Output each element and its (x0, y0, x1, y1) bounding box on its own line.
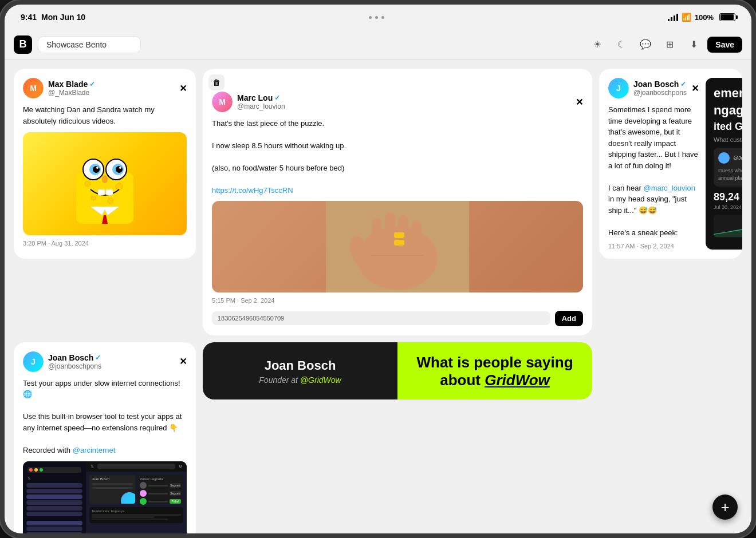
battery-percent: 100% (695, 13, 714, 22)
tweet-name-max: Max Blade ✓ (48, 80, 175, 89)
tweet-time-marc: 5:15 PM · Sep 2, 2024 (212, 297, 583, 304)
wifi-icon: 📶 (682, 13, 691, 22)
card-joan-1-text: J Joan Bosch ✓ @joanboschpons ✕ Sometim (608, 78, 699, 250)
tweet-link-marc[interactable]: https://t.co/wHg7TsccRN (212, 186, 293, 195)
svg-point-1 (85, 181, 90, 187)
browser-actions: ☀ ☾ 💬 ⊞ ⬇ Save (587, 34, 742, 55)
tweet-name-joan2: Joan Bosch ✓ (48, 353, 175, 362)
save-button[interactable]: Save (707, 37, 742, 53)
hand-image (212, 201, 583, 292)
tweet-handle-joan2: @joanboschpons (48, 362, 175, 370)
spongebob-svg (65, 138, 145, 230)
dot2 (375, 16, 378, 19)
status-center (369, 16, 384, 19)
verified-icon-joan2: ✓ (95, 354, 101, 362)
svg-rect-27 (394, 240, 404, 246)
dot1 (369, 16, 372, 19)
svg-rect-16 (106, 189, 113, 195)
tweet-user-joan1: Joan Bosch ✓ @joanboschpons (633, 80, 687, 97)
card-marc-lou: 🗑 M Marc Lou ✓ @marc_louvion ✕ (203, 69, 592, 335)
dot3 (381, 16, 384, 19)
svg-point-3 (116, 183, 123, 190)
mention-arc[interactable]: @arcinternet (73, 446, 116, 454)
tweet-handle-max: @_MaxBlade (48, 89, 175, 97)
card-joan-1: J Joan Bosch ✓ @joanboschpons ✕ Sometim (599, 69, 742, 259)
x-icon-joan2: ✕ (179, 356, 187, 367)
status-right: 📶 100% (668, 13, 735, 22)
chart-svg (714, 215, 742, 238)
tweet-image-spongebob (23, 132, 187, 235)
tweet-text-joan1: Sometimes I spend more time developing a… (608, 104, 699, 238)
tweet-name-joan1: Joan Bosch ✓ (633, 80, 687, 89)
tweet-user-joan2: Joan Bosch ✓ @joanboschpons (48, 353, 175, 370)
verified-icon-max: ✓ (89, 80, 95, 88)
card-headline: What is people sayingabout GridWow (397, 342, 592, 399)
avatar-joan2: J (23, 351, 44, 372)
hand-svg (212, 201, 583, 292)
avatar-marc: M (212, 92, 233, 112)
main-content: M Max Blade ✓ @_MaxBlade ✕ Me watching D… (5, 60, 751, 533)
svg-rect-26 (394, 232, 404, 238)
tweet-time-max: 3:20 PM · Aug 31, 2024 (23, 240, 187, 247)
founder-title: Founder at @GridWow (259, 375, 341, 385)
tweet-handle-marc: @marc_louvion (237, 102, 571, 110)
avatar-joan1: J (608, 78, 629, 98)
svg-point-12 (96, 167, 99, 169)
verified-icon-marc: ✓ (274, 94, 280, 102)
svg-rect-15 (98, 189, 105, 195)
x-icon-marc: ✕ (576, 97, 583, 108)
tweet-text-marc: That's the last piece of the puzzle. I n… (212, 118, 583, 196)
tweet-header-marc: M Marc Lou ✓ @marc_louvion ✕ (212, 92, 583, 112)
mid-col: Joan Bosch Founder at @GridWow What is p… (203, 342, 592, 534)
comment-button[interactable]: 💬 (635, 34, 656, 55)
tweet-header-joan2: J Joan Bosch ✓ @joanboschpons ✕ (23, 351, 187, 372)
tweet-header-max: M Max Blade ✓ @_MaxBlade ✕ (23, 78, 187, 98)
tweet-text-max: Me watching Dan and Sandra watch my abso… (23, 104, 187, 126)
tweet-name-marc: Marc Lou ✓ (237, 93, 571, 102)
svg-marker-18 (714, 219, 742, 237)
trash-button[interactable]: 🗑 (208, 74, 225, 90)
nightmode-button[interactable]: ☾ (611, 34, 632, 55)
signal-icon (668, 13, 678, 21)
headline-text: What is people sayingabout GridWow (416, 354, 573, 389)
arc-main: 𝕏 ⚙ Joan Bosch P (86, 461, 187, 533)
tweet-header-joan1: J Joan Bosch ✓ @joanboschpons ✕ (608, 78, 699, 98)
svg-point-5 (108, 198, 113, 204)
mention-marc[interactable]: @marc_louvion (643, 184, 695, 192)
brightness-button[interactable]: ☀ (587, 34, 608, 55)
browser-logo: B (14, 35, 32, 54)
card-joan-2: J Joan Bosch ✓ @joanboschpons ✕ Test you… (14, 342, 196, 534)
screenshot-dark: ement & ngagement & ited Grids What cust… (706, 78, 742, 250)
founder-name: Joan Bosch (265, 358, 336, 373)
svg-rect-21 (372, 218, 382, 258)
fab-button[interactable]: + (712, 495, 738, 520)
browser-url[interactable]: Showcase Bento (38, 36, 141, 53)
svg-point-4 (91, 196, 96, 200)
card-max-blade: M Max Blade ✓ @_MaxBlade ✕ Me watching D… (14, 69, 196, 259)
download-button[interactable]: ⬇ (683, 34, 704, 55)
svg-rect-22 (385, 212, 395, 258)
screenshot-content: ement & ngagement & ited Grids What cust… (706, 78, 742, 246)
svg-rect-24 (411, 221, 422, 258)
status-bar: 9:41 Mon Jun 10 📶 100% (5, 5, 751, 30)
verified-icon-joan1: ✓ (680, 80, 686, 88)
tweet-user-max: Max Blade ✓ @_MaxBlade (48, 80, 175, 97)
tweet-user-marc: Marc Lou ✓ @marc_louvion (237, 93, 571, 110)
avatar-max: M (23, 78, 44, 98)
tweet-id-row: Add (212, 311, 583, 326)
x-icon-max: ✕ (179, 83, 187, 94)
add-button[interactable]: Add (555, 311, 583, 326)
tweet-handle-joan1: @joanboschpons (633, 89, 687, 97)
founder-headline-cards: Joan Bosch Founder at @GridWow What is p… (203, 342, 592, 399)
card-founder: Joan Bosch Founder at @GridWow (203, 342, 397, 399)
x-icon-joan1: ✕ (691, 83, 699, 94)
arc-screenshot: 𝕏 𝕏 (23, 461, 187, 533)
svg-point-11 (116, 166, 123, 173)
tweet-id-input[interactable] (212, 311, 550, 325)
layout-button[interactable]: ⊞ (659, 34, 680, 55)
svg-point-14 (102, 175, 108, 183)
arc-sidebar: 𝕏 (23, 461, 86, 533)
tweet-text-joan2: Test your apps under slow internet conne… (23, 378, 187, 456)
browser-bar: B Showcase Bento ☀ ☾ 💬 ⊞ ⬇ Save (5, 30, 751, 60)
status-date: Mon Jun 10 (41, 13, 85, 22)
